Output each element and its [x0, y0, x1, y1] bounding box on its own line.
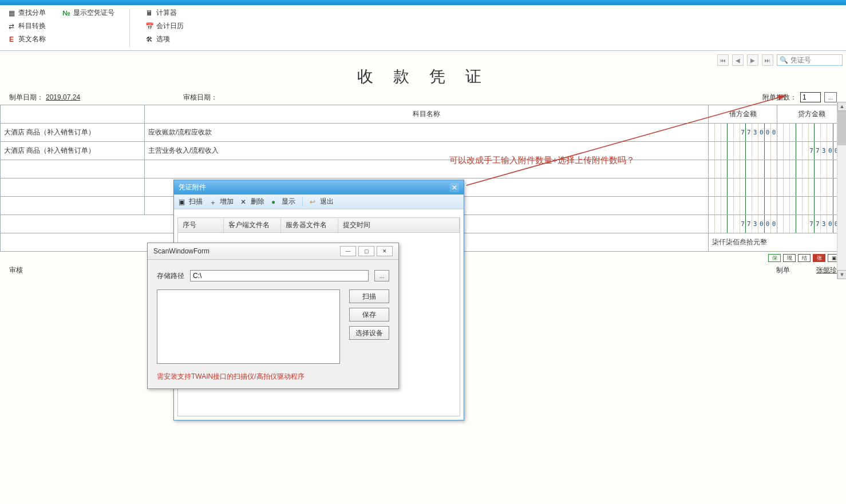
scan-dialog-titlebar[interactable]: ScanWindowForm — ▢ ✕ [148, 243, 398, 260]
cell-credit[interactable] [777, 124, 846, 142]
browse-path-button[interactable]: ... [374, 270, 389, 281]
minimize-button[interactable]: — [340, 246, 356, 256]
badge-cash[interactable]: 现 [783, 254, 796, 262]
number-badge-icon: № [62, 9, 71, 18]
maker-label: 制单 [776, 265, 790, 275]
attachments-count-input[interactable] [800, 92, 821, 102]
cell-debit[interactable]: 773000 [709, 124, 777, 142]
ribbon-label: 显示空凭证号 [73, 8, 114, 18]
col-debit: 借方金额 [709, 105, 777, 124]
cell-debit[interactable] [709, 197, 777, 215]
cell-subject[interactable] [145, 160, 709, 178]
delete-icon: ✕ [240, 198, 248, 206]
attachment-grid-header: 序号 客户端文件名 服务器文件名 提交时间 [178, 218, 460, 233]
cell-summary[interactable] [1, 160, 145, 178]
toolbar-exit-button[interactable]: ↩退出 [310, 197, 334, 207]
vertical-scrollbar[interactable]: ▲ ▼ [837, 102, 846, 279]
scroll-down-icon[interactable]: ▼ [837, 270, 846, 279]
scan-icon: ▣ [179, 198, 187, 206]
audit-date-label: 审核日期： [183, 93, 218, 102]
window-titlebar [0, 0, 846, 5]
toolbar-delete-button[interactable]: ✕删除 [240, 197, 264, 207]
grid-icon: ▦ [7, 9, 16, 18]
attachments-label: 附单据数： [762, 93, 797, 102]
toolbar-label: 显示 [282, 197, 295, 207]
ribbon-label: 计算器 [156, 8, 177, 18]
cn-amount: 柒仟柒佰叁拾元整 [709, 233, 846, 252]
voucher-title: 收 款 凭 证 [0, 57, 846, 92]
scan-button[interactable]: 扫描 [349, 289, 389, 303]
cell-summary[interactable]: 大酒店 商品（补入销售订单） [1, 142, 145, 160]
toolbar-view-button[interactable]: ●显示 [271, 197, 295, 207]
scroll-up-icon[interactable]: ▲ [837, 102, 846, 111]
cell-debit[interactable] [709, 178, 777, 197]
table-row[interactable]: 大酒店 商品（补入销售订单）应收账款/流程应收款773000 [1, 124, 846, 142]
exit-icon: ↩ [310, 198, 318, 206]
ribbon-label: 选项 [156, 34, 170, 44]
cell-credit[interactable] [777, 197, 846, 215]
calculator-icon: 🖩 [145, 9, 154, 18]
storage-path-label: 存储路径 [157, 271, 184, 281]
col-seq[interactable]: 序号 [178, 218, 224, 232]
cell-summary[interactable] [1, 197, 145, 215]
badge-save[interactable]: 保 [768, 254, 781, 262]
toolbar-add-button[interactable]: ＋增加 [209, 197, 234, 207]
maker-value: 张懿珍 [816, 265, 837, 275]
scan-dialog-title: ScanWindowForm [153, 247, 209, 255]
ribbon-calculator[interactable]: 🖩计算器 [144, 7, 185, 18]
badge-zhang[interactable]: 张 [813, 254, 825, 262]
cell-debit[interactable] [709, 142, 777, 160]
make-date-label: 制单日期： [9, 93, 44, 102]
scan-dialog: ScanWindowForm — ▢ ✕ 存储路径 ... 扫描 保存 选择设备… [147, 243, 399, 389]
cell-credit[interactable]: 773000 [777, 142, 846, 160]
ribbon-subject-convert[interactable]: ⇄科目转换 [6, 21, 47, 31]
save-button[interactable]: 保存 [349, 308, 389, 322]
select-device-button[interactable]: 选择设备 [349, 326, 389, 340]
toolbar-label: 删除 [251, 197, 264, 207]
calendar-icon: 📅 [145, 22, 154, 31]
col-server-file[interactable]: 服务器文件名 [281, 218, 338, 232]
storage-path-input[interactable] [190, 270, 369, 281]
badge-settle[interactable]: 结 [798, 254, 811, 262]
ribbon-label: 科目转换 [18, 21, 46, 31]
attachments-browse-button[interactable]: ... [824, 92, 837, 102]
col-subject: 科目名称 [145, 105, 709, 124]
ribbon-accounting-calendar[interactable]: 📅会计日历 [144, 21, 185, 31]
scroll-thumb[interactable] [837, 111, 846, 145]
swap-icon: ⇄ [7, 22, 16, 31]
add-icon: ＋ [209, 198, 218, 206]
cell-summary[interactable]: 大酒店 商品（补入销售订单） [1, 124, 145, 142]
cell-summary[interactable] [1, 178, 145, 197]
letter-e-icon: E [7, 35, 16, 44]
ribbon-options[interactable]: 🛠选项 [144, 34, 185, 45]
cell-credit[interactable] [777, 178, 846, 197]
view-icon: ● [271, 198, 279, 206]
ribbon-show-empty-voucher[interactable]: №显示空凭证号 [61, 7, 116, 18]
scan-driver-note: 需安装支持TWAIN接口的扫描仪/高拍仪驱动程序 [157, 372, 389, 382]
close-button[interactable]: ✕ [377, 246, 393, 256]
col-client-file[interactable]: 客户端文件名 [224, 218, 281, 232]
total-debit: 773000 [709, 215, 777, 233]
cell-debit[interactable] [709, 160, 777, 178]
close-icon[interactable]: ✕ [450, 183, 459, 192]
cell-credit[interactable] [777, 160, 846, 178]
cell-subject[interactable]: 应收账款/流程应收款 [145, 124, 709, 142]
ribbon-find-split[interactable]: ▦查找分单 [6, 7, 47, 18]
attachment-dialog-titlebar[interactable]: 凭证附件 ✕ [174, 180, 464, 195]
col-submit-time[interactable]: 提交时间 [338, 218, 460, 232]
maximize-button[interactable]: ▢ [358, 246, 374, 256]
ribbon-label: 查找分单 [18, 8, 46, 18]
audit-label: 审核 [9, 265, 23, 275]
cell-subject[interactable]: 主营业务收入/流程收入 [145, 142, 709, 160]
ribbon-english-name[interactable]: E英文名称 [6, 34, 47, 45]
col-credit: 贷方金额 [777, 105, 846, 124]
make-date-value[interactable]: 2019.07.24 [46, 93, 80, 101]
toolbar-label: 退出 [320, 197, 334, 207]
toolbar-scan-button[interactable]: ▣扫描 [179, 197, 203, 207]
table-row[interactable]: 大酒店 商品（补入销售订单）主营业务收入/流程收入773000 [1, 142, 846, 160]
ribbon-label: 会计日历 [156, 21, 184, 31]
toolbar-label: 增加 [220, 197, 234, 207]
attachment-dialog-title: 凭证附件 [179, 182, 206, 192]
table-row[interactable] [1, 160, 846, 178]
ribbon-label: 英文名称 [18, 34, 46, 44]
